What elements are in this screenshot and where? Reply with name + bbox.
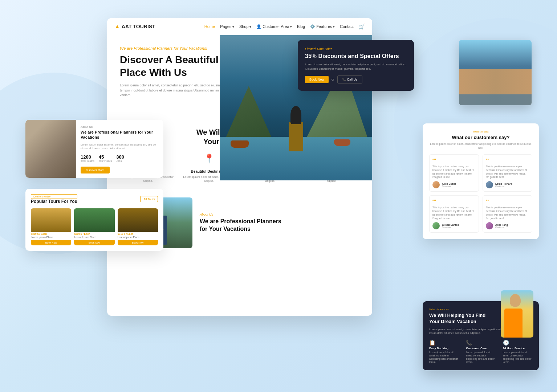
test-avatar-4 bbox=[486, 222, 493, 229]
stat-youths-label: Total Youths bbox=[81, 160, 94, 162]
left-panel-image bbox=[25, 120, 76, 178]
discount-card: Limited Time Offer 35% Discounts and Spe… bbox=[298, 40, 414, 91]
customer-care-icon: 📞 bbox=[466, 340, 495, 346]
rdp-feat-title-2: Customer Care bbox=[466, 347, 495, 350]
rdp-feat-text-1: Lorem ipsum dolor sit amet, consectetur … bbox=[429, 351, 459, 364]
call-us-button[interactable]: 📞 Call Us bbox=[337, 75, 362, 83]
test-text-4: This is positive review many pro because… bbox=[486, 206, 529, 220]
testimonial-4: ““ This is positive review many pro beca… bbox=[483, 195, 532, 233]
rdp-features: 📋 Easy Booking Lorem ipsum dolor sit ame… bbox=[429, 340, 532, 364]
stat-places-num: 45 bbox=[99, 154, 112, 160]
tours-badge: Deal of the day Popular Tours For You bbox=[31, 194, 77, 204]
discount-text: Lorem ipsum dolor sit amet, consectetur … bbox=[305, 62, 407, 71]
lp-subtitle: About Us bbox=[81, 125, 159, 128]
test-name-2: Louis Richard bbox=[495, 183, 512, 185]
about-title: We are Professional Planners for Your Va… bbox=[200, 218, 281, 233]
quote-icon-4: ““ bbox=[486, 199, 529, 204]
quote-icon-2: ““ bbox=[486, 158, 529, 163]
person-head bbox=[510, 294, 521, 307]
cart-icon[interactable]: 🛒 bbox=[359, 24, 365, 29]
discount-title: 35% Discounts and Special Offers bbox=[305, 53, 407, 60]
left-about-panel: About Us We are Professional Planners fo… bbox=[25, 120, 163, 178]
lp-title: We are Professional Planners for Your Va… bbox=[81, 130, 159, 140]
discover-more-button[interactable]: Discover More bbox=[81, 167, 110, 173]
person-body bbox=[504, 309, 523, 338]
rdp-feat-title-1: Easy Booking bbox=[429, 347, 459, 350]
navigation: ▲ AAT TOURIST Home Pages Shop 👤 Customer… bbox=[107, 18, 372, 35]
tour-image-3 bbox=[118, 208, 158, 232]
tour-card-1: $329 $ / Each Lorem Ipsum Place Book Now bbox=[31, 208, 71, 245]
nav-pages[interactable]: Pages bbox=[220, 24, 234, 29]
venice-img-bg bbox=[459, 40, 532, 105]
test-name-3: Gilson Santos bbox=[442, 224, 459, 226]
venice-image bbox=[459, 40, 532, 105]
nav-features[interactable]: ⚙️ Features bbox=[310, 24, 335, 29]
test-role-2: Customer bbox=[495, 185, 512, 187]
all-tours-link[interactable]: All Tours bbox=[140, 196, 158, 202]
test-author-info-4: Alice Tang Customer bbox=[495, 224, 508, 228]
beautiful-destination-icon: 📍 bbox=[203, 154, 216, 167]
tours-header: Deal of the day Popular Tours For You Al… bbox=[31, 194, 158, 204]
tour-image-1 bbox=[31, 208, 71, 232]
or-text: or bbox=[332, 78, 334, 81]
testimonials-subtitle: Testimonials bbox=[429, 130, 532, 133]
rdp-feature-service: 🕐 24 Hour Service Lorem ipsum dolor sit … bbox=[503, 340, 532, 364]
discount-badge: Limited Time Offer bbox=[305, 47, 407, 51]
testimonials-panel: Testimonials What our customers say? Lor… bbox=[423, 123, 539, 239]
test-author-info-2: Louis Richard Customer bbox=[495, 183, 512, 187]
nav-shop[interactable]: Shop bbox=[239, 24, 251, 29]
dock bbox=[289, 122, 303, 151]
tour-image-2 bbox=[74, 208, 114, 232]
test-author-info-1: Alice Butler Customer bbox=[442, 183, 456, 187]
tours-grid: $329 $ / Each Lorem Ipsum Place Book Now… bbox=[31, 208, 158, 245]
nav-blog[interactable]: Blog bbox=[297, 24, 305, 29]
tour-book-btn-1[interactable]: Book Now bbox=[31, 240, 71, 245]
testimonials-grid: ““ This is positive review many pro beca… bbox=[429, 154, 532, 233]
quote-icon-1: ““ bbox=[432, 158, 476, 163]
stat-jobs: 300 Jobs bbox=[116, 154, 124, 162]
test-author-2: Louis Richard Customer bbox=[486, 181, 529, 188]
boat-left bbox=[231, 140, 249, 148]
test-name-4: Alice Tang bbox=[495, 224, 508, 226]
stat-youths: 1200 Total Youths bbox=[81, 154, 94, 162]
tour-card-2: $219 $ / Each Lorem Ipsum Place Book Now bbox=[74, 208, 114, 245]
stat-places: 45 Tour Places bbox=[99, 154, 112, 162]
test-text-3: This is positive review many pro because… bbox=[432, 206, 476, 220]
left-panel-inner: About Us We are Professional Planners fo… bbox=[25, 120, 163, 178]
stat-youths-num: 1200 bbox=[81, 154, 94, 160]
logo[interactable]: ▲ AAT TOURIST bbox=[114, 23, 155, 30]
test-author-info-3: Gilson Santos Customer bbox=[442, 224, 459, 228]
nav-home[interactable]: Home bbox=[204, 24, 215, 29]
nav-contact[interactable]: Contact bbox=[340, 24, 354, 29]
tour-price-1: $329 $ / Each bbox=[31, 232, 71, 236]
rdp-feat-text-3: Lorem ipsum dolor sit amet, consectetur … bbox=[503, 351, 532, 364]
tour-book-btn-2[interactable]: Book Now bbox=[74, 240, 114, 245]
test-role-4: Customer bbox=[495, 226, 508, 228]
testimonial-3: ““ This is positive review many pro beca… bbox=[429, 195, 479, 233]
test-avatar-2 bbox=[486, 181, 493, 188]
tour-name-3: Lorem Ipsum Place bbox=[118, 236, 158, 238]
hands-image bbox=[25, 120, 76, 178]
tours-title: Popular Tours For You bbox=[31, 199, 77, 204]
book-now-button[interactable]: Book Now bbox=[305, 76, 329, 83]
boat-right bbox=[334, 139, 350, 146]
tour-card-3: $319 $ / Each Lorem Ipsum Place Book Now bbox=[118, 208, 158, 245]
tours-badge-text: Deal of the day bbox=[31, 194, 77, 199]
logo-icon: ▲ bbox=[114, 23, 120, 30]
tour-name-1: Lorem Ipsum Place bbox=[31, 236, 71, 238]
test-text-2: This is positive review many pro because… bbox=[486, 165, 529, 179]
discount-buttons: Book Now or 📞 Call Us bbox=[305, 75, 407, 83]
lp-text: Lorem ipsum dolor sit amet, consectetur … bbox=[81, 143, 159, 151]
test-author-1: Alice Butler Customer bbox=[432, 181, 476, 188]
water-reflection bbox=[459, 94, 532, 105]
lp-stats: 1200 Total Youths 45 Tour Places 300 Job… bbox=[81, 154, 159, 162]
testimonials-title: What our customers say? bbox=[429, 135, 532, 140]
left-panel-content: About Us We are Professional Planners fo… bbox=[76, 120, 163, 178]
person-image bbox=[501, 290, 533, 338]
stat-places-label: Tour Places bbox=[99, 160, 112, 162]
rdp-feat-title-3: 24 Hour Service bbox=[503, 347, 532, 350]
logo-text: AAT TOURIST bbox=[122, 24, 155, 29]
tour-book-btn-3[interactable]: Book Now bbox=[118, 240, 158, 245]
stat-jobs-label: Jobs bbox=[116, 160, 124, 162]
nav-customer[interactable]: 👤 Customer Area bbox=[256, 24, 292, 29]
